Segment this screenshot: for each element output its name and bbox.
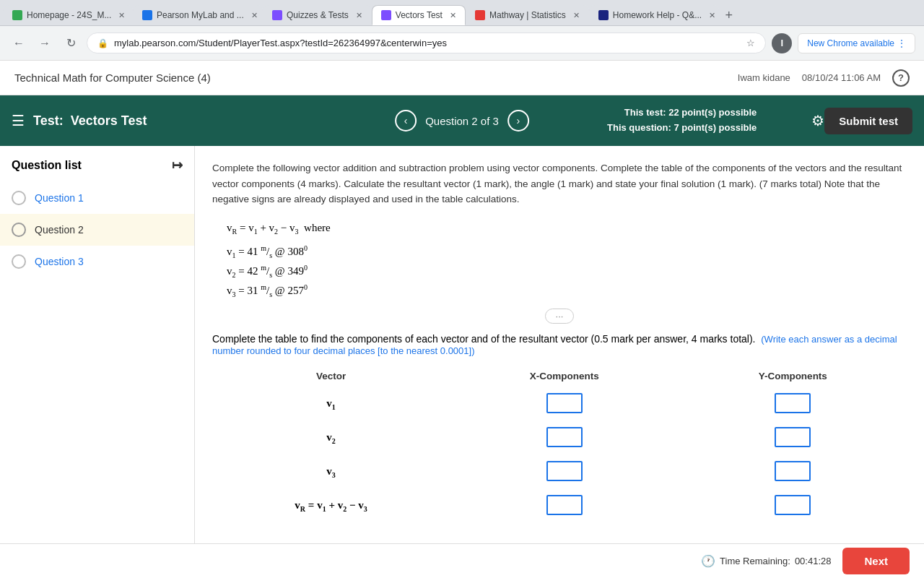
question-points-value: 7 point(s) possible bbox=[674, 122, 757, 133]
test-info: This test: 22 point(s) possible This que… bbox=[607, 105, 757, 136]
tab-close-homework[interactable]: ✕ bbox=[709, 11, 715, 20]
sidebar-title: Question list bbox=[12, 159, 82, 172]
collapse-sidebar-icon[interactable]: ↦ bbox=[172, 158, 183, 173]
tab-label-pearson: Pearson MyLab and ... bbox=[157, 10, 244, 20]
table-row: vR = v1 + v2 − v3 bbox=[212, 489, 907, 523]
row-vr-y bbox=[679, 489, 907, 523]
row-v2-x bbox=[450, 421, 679, 455]
this-question-label: This question: bbox=[607, 122, 671, 133]
tab-favicon-homework bbox=[598, 10, 609, 20]
forward-button[interactable]: → bbox=[35, 33, 55, 53]
test-name-text: Vectors Test bbox=[71, 113, 147, 128]
input-v3-y[interactable] bbox=[775, 461, 811, 481]
sidebar: Question list ↦ Question 1 Question 2 Qu… bbox=[0, 146, 195, 543]
vector-eq-v2: v2 = 42 m/s @ 3490 bbox=[227, 264, 907, 279]
input-v2-y[interactable] bbox=[775, 427, 811, 447]
time-remaining-label: Time Remaining: bbox=[720, 556, 790, 566]
main-formula: vR = v1 + v2 − v3 where bbox=[227, 222, 907, 236]
date-time: 08/10/24 11:06 AM bbox=[802, 72, 881, 83]
tab-mathway[interactable]: Mathway | Statistics ✕ bbox=[466, 5, 589, 25]
address-bar: ← → ↻ 🔒 mylab.pearson.com/Student/Player… bbox=[0, 26, 924, 61]
question-counter: Question 2 of 3 bbox=[425, 115, 499, 127]
chrome-update-menu: ⋮ bbox=[897, 38, 906, 48]
url-bar[interactable]: 🔒 mylab.pearson.com/Student/PlayerTest.a… bbox=[87, 33, 766, 53]
back-button[interactable]: ← bbox=[9, 33, 29, 53]
tab-homework[interactable]: Homework Help - Q&... ✕ bbox=[589, 5, 719, 25]
tab-label-homepage: Homepage - 24S_M... bbox=[27, 10, 111, 20]
sidebar-header: Question list ↦ bbox=[0, 158, 194, 182]
next-button[interactable]: Next bbox=[842, 548, 910, 574]
tab-close-quizzes[interactable]: ✕ bbox=[356, 11, 362, 20]
time-remaining: 🕐 Time Remaining: 00:41:28 bbox=[701, 554, 831, 568]
input-v1-y[interactable] bbox=[775, 393, 811, 413]
sidebar-item-question1[interactable]: Question 1 bbox=[0, 182, 194, 214]
lock-icon: 🔒 bbox=[97, 38, 108, 48]
tab-homepage[interactable]: Homepage - 24S_M... ✕ bbox=[3, 5, 133, 25]
input-vr-x[interactable] bbox=[546, 495, 583, 515]
vector-eq-v3: v3 = 31 m/s @ 2570 bbox=[227, 283, 907, 298]
tab-favicon-mathway bbox=[475, 10, 485, 20]
question2-label: Question 2 bbox=[35, 224, 84, 236]
row-v1-label: v1 bbox=[212, 387, 450, 421]
input-vr-y[interactable] bbox=[775, 495, 811, 515]
tab-pearson[interactable]: Pearson MyLab and ... ✕ bbox=[133, 5, 263, 25]
tab-vectors[interactable]: Vectors Test ✕ bbox=[372, 5, 466, 25]
next-question-button[interactable]: › bbox=[507, 110, 529, 131]
row-v3-y bbox=[679, 455, 907, 489]
content-area: Complete the following vector addition a… bbox=[195, 146, 924, 543]
browser-tabs: Homepage - 24S_M... ✕ Pearson MyLab and … bbox=[0, 0, 924, 26]
formula-block: vR = v1 + v2 − v3 where v1 = 41 m/s @ 30… bbox=[212, 222, 907, 298]
input-v3-x[interactable] bbox=[546, 461, 583, 481]
user-name: Iwam kidane bbox=[738, 72, 790, 83]
url-text: mylab.pearson.com/Student/PlayerTest.asp… bbox=[114, 38, 741, 48]
bookmark-icon[interactable]: ☆ bbox=[746, 38, 755, 48]
row-v2-label: v2 bbox=[212, 421, 450, 455]
col-x-components: X-Components bbox=[450, 365, 679, 387]
sidebar-item-question3[interactable]: Question 3 bbox=[0, 246, 194, 277]
prev-question-button[interactable]: ‹ bbox=[395, 110, 417, 131]
settings-icon[interactable]: ⚙ bbox=[811, 112, 824, 129]
ellipsis-divider: ··· bbox=[212, 310, 907, 322]
col-y-components: Y-Components bbox=[679, 365, 907, 387]
tab-close-vectors[interactable]: ✕ bbox=[450, 11, 456, 20]
profile-icon[interactable]: I bbox=[772, 33, 792, 53]
input-v2-x[interactable] bbox=[546, 427, 583, 447]
input-v1-x[interactable] bbox=[546, 393, 583, 413]
tab-quizzes[interactable]: Quizzes & Tests ✕ bbox=[263, 5, 372, 25]
tab-label-homework: Homework Help - Q&... bbox=[613, 10, 702, 20]
row-v1-y bbox=[679, 387, 907, 421]
new-tab-button[interactable]: + bbox=[719, 5, 739, 25]
table-row: v2 bbox=[212, 421, 907, 455]
question2-circle bbox=[12, 223, 26, 237]
question1-circle bbox=[12, 191, 26, 205]
clock-icon: 🕐 bbox=[701, 554, 715, 568]
vector-equations: v1 = 41 m/s @ 3080 v2 = 42 m/s @ 3490 v3… bbox=[227, 244, 907, 298]
course-title: Technical Math for Computer Science (4) bbox=[14, 72, 211, 84]
test-header: ☰ Test: Vectors Test ‹ Question 2 of 3 ›… bbox=[0, 95, 924, 146]
main-layout: Question list ↦ Question 1 Question 2 Qu… bbox=[0, 146, 924, 543]
tab-close-mathway[interactable]: ✕ bbox=[573, 11, 580, 20]
tab-label-vectors: Vectors Test bbox=[396, 10, 443, 20]
sidebar-item-question2[interactable]: Question 2 bbox=[0, 214, 194, 246]
top-bar: Technical Math for Computer Science (4) … bbox=[0, 61, 924, 95]
tab-favicon-pearson bbox=[142, 10, 152, 20]
table-instruction: Complete the table to find the component… bbox=[212, 333, 907, 356]
table-row: v3 bbox=[212, 455, 907, 489]
question-instruction: Complete the following vector addition a… bbox=[212, 160, 907, 207]
tab-favicon-homepage bbox=[12, 10, 22, 20]
ellipsis-text: ··· bbox=[545, 309, 575, 324]
help-icon[interactable]: ? bbox=[892, 69, 910, 87]
tab-favicon-vectors bbox=[381, 10, 391, 20]
test-points-line: This test: 22 point(s) possible bbox=[607, 105, 757, 121]
tab-close-homepage[interactable]: ✕ bbox=[118, 11, 125, 20]
tab-close-pearson[interactable]: ✕ bbox=[251, 11, 258, 20]
submit-test-button[interactable]: Submit test bbox=[824, 108, 912, 134]
top-bar-right: Iwam kidane 08/10/24 11:06 AM ? bbox=[738, 69, 910, 87]
reload-button[interactable]: ↻ bbox=[61, 33, 81, 53]
chrome-update-button[interactable]: New Chrome available ⋮ bbox=[798, 33, 915, 53]
test-title: Test: Vectors Test bbox=[33, 113, 147, 129]
question-nav: ‹ Question 2 of 3 › bbox=[395, 110, 529, 131]
test-label-text: Test: bbox=[33, 113, 64, 128]
hamburger-icon[interactable]: ☰ bbox=[12, 112, 25, 129]
table-row: v1 bbox=[212, 387, 907, 421]
